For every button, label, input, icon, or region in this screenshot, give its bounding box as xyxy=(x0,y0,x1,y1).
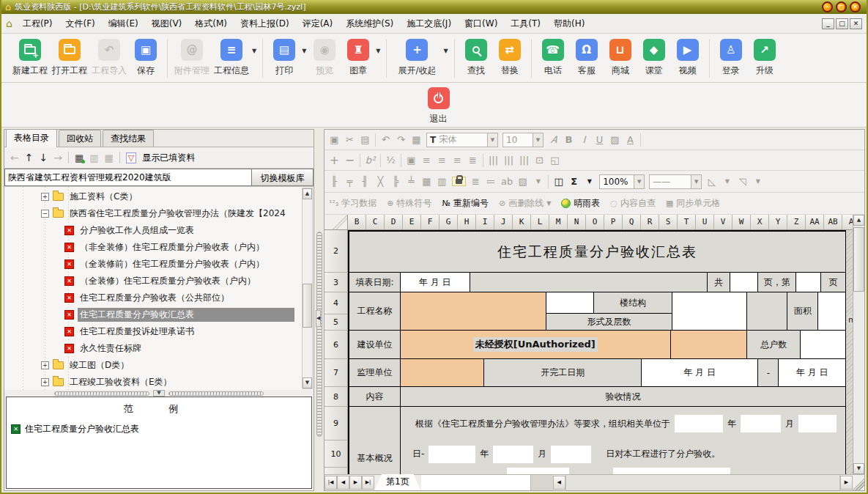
start-date-input-cell[interactable]: 年 月 日 xyxy=(642,359,759,387)
scroll-up-icon[interactable]: ▲ xyxy=(303,188,312,199)
zoom-select[interactable]: 100% ▼ xyxy=(599,174,645,189)
row-header[interactable]: 10 xyxy=(324,440,348,468)
nav-up-icon[interactable]: ↑ xyxy=(25,152,34,163)
spacer-cell[interactable] xyxy=(349,468,401,474)
year-input-cell[interactable] xyxy=(675,415,723,432)
scroll-down-icon[interactable]: ▼ xyxy=(303,377,312,388)
row-header[interactable]: 4 xyxy=(324,292,348,314)
chevron-down-icon[interactable]: ▼ xyxy=(487,133,497,147)
panel-splitter[interactable]: ◀ xyxy=(315,129,324,491)
template-name-box[interactable]: 陕西省建筑工程资料管理规程2020建筑版 xyxy=(4,169,252,186)
open-project-button[interactable]: 打开工程 xyxy=(50,39,89,77)
menu-item[interactable]: 施工交底(J) xyxy=(400,15,458,33)
spacer-cell[interactable] xyxy=(747,292,787,331)
builder-input-cell[interactable]: 未经授权[UnAuthorized] xyxy=(401,331,671,359)
structure-input-cell[interactable] xyxy=(546,292,594,313)
expand-plus-icon[interactable]: + xyxy=(41,193,49,201)
column-header[interactable]: C xyxy=(366,215,385,229)
input-cell[interactable] xyxy=(613,468,730,474)
end-day-input-cell[interactable] xyxy=(551,446,591,463)
total-pages-label-cell[interactable]: 共 xyxy=(708,273,731,292)
tab-recycle-bin[interactable]: 回收站 xyxy=(59,130,101,147)
scrollbar-thumb[interactable] xyxy=(303,284,312,328)
menu-item[interactable]: 文件(F) xyxy=(59,15,102,33)
expand-plus-icon[interactable]: + xyxy=(41,378,49,386)
menu-item[interactable]: 格式(M) xyxy=(188,15,234,33)
spacer-cell[interactable] xyxy=(470,273,708,292)
nav-down-icon[interactable]: ↓ xyxy=(39,152,48,163)
page-mid-label-cell[interactable]: 页，第 xyxy=(758,273,796,292)
barometer-button[interactable]: 晴雨表 xyxy=(561,197,600,210)
column-header[interactable]: R xyxy=(641,215,659,229)
sum-sigma-icon[interactable]: Σ xyxy=(568,176,579,187)
scroll-left-icon[interactable]: ◀ xyxy=(553,476,565,490)
column-header[interactable]: U xyxy=(696,215,714,229)
line-style-select[interactable]: —— ▼ xyxy=(649,174,702,189)
project-name-label-cell[interactable]: 工程名称 xyxy=(349,292,401,331)
column-header[interactable]: Z xyxy=(787,215,806,229)
mdi-restore-button[interactable]: □ xyxy=(836,18,848,29)
row-header[interactable] xyxy=(324,468,348,474)
structure-label-bottom-cell[interactable]: 形式及层数 xyxy=(546,314,671,330)
video-button[interactable]: ▶ 视频 xyxy=(671,39,705,77)
mdi-close-button[interactable]: ✕ xyxy=(850,18,862,29)
column-header[interactable]: V xyxy=(714,215,732,229)
column-header[interactable]: W xyxy=(732,215,751,229)
paragraph-row-9[interactable]: 根据《住宅工程质量分户验收管理办法》等要求，组织相关单位于 年 月 xyxy=(401,407,845,440)
tree-item-construction-data[interactable]: + 施工资料（C类） xyxy=(4,188,314,205)
mdi-minimize-button[interactable]: _ xyxy=(822,18,834,29)
chevron-down-icon[interactable]: ▼ xyxy=(584,176,595,187)
row-header[interactable]: 2 xyxy=(324,230,348,273)
font-size-select[interactable]: 10 ▼ xyxy=(502,133,544,147)
column-header[interactable]: B xyxy=(348,215,366,229)
horizontal-scrollbar[interactable] xyxy=(565,475,840,490)
add-table-icon[interactable]: ▦ xyxy=(75,153,84,163)
find-button[interactable]: 查找 xyxy=(459,39,493,77)
expand-collapse-dropdown-arrow-icon[interactable]: ▼ xyxy=(443,48,448,54)
stamp-dropdown-arrow-icon[interactable]: ▼ xyxy=(376,48,380,54)
end-year-input-cell[interactable] xyxy=(429,446,475,463)
print-dropdown-arrow-icon[interactable]: ▼ xyxy=(302,48,306,54)
supervisor-input-cell[interactable] xyxy=(401,359,485,387)
tree-scrollbar[interactable]: ▲ ▼ xyxy=(302,188,313,389)
tree-item-staff-list-form[interactable]: ✕ 分户验收工作人员组成一览表 xyxy=(4,222,314,239)
renumber-button[interactable]: № 重新编号 xyxy=(442,197,488,210)
tree-item-complaint-commitment[interactable]: ✕ 住宅工程质量投诉处理承诺书 xyxy=(4,323,314,340)
collapse-down-icon[interactable]: ▼ xyxy=(153,390,164,397)
tree-item-permanent-plaque[interactable]: ✕ 永久性责任标牌 xyxy=(4,340,314,357)
row-header[interactable]: 3 xyxy=(324,273,348,292)
filter-label[interactable]: 显示已填资料 xyxy=(142,152,195,164)
prev-sheet-icon[interactable]: ◀ xyxy=(337,476,349,490)
print-button[interactable]: ▤ 打印 xyxy=(267,39,301,77)
menu-item[interactable]: 系统维护(S) xyxy=(339,15,400,33)
total-pages-input-cell[interactable] xyxy=(730,273,758,292)
column-header[interactable]: Q xyxy=(623,215,641,229)
replace-button[interactable]: ⇄ 替换 xyxy=(493,39,527,77)
column-header[interactable]: I xyxy=(476,215,494,229)
menu-item[interactable]: 视图(V) xyxy=(145,15,189,33)
tree-item-public-area-form[interactable]: ✕ 住宅工程质量分户验收表（公共部位） xyxy=(4,290,314,306)
scroll-down-icon[interactable]: ▼ xyxy=(853,463,864,474)
households-input-cell[interactable] xyxy=(801,331,846,359)
switch-template-button[interactable]: 切换模板库 xyxy=(252,169,314,186)
splitter-grip[interactable] xyxy=(168,391,264,396)
column-header[interactable]: AA xyxy=(806,215,824,229)
date-separator-cell[interactable]: - xyxy=(758,359,779,387)
phone-button[interactable]: ☎ 电话 xyxy=(536,39,570,77)
column-header[interactable]: D xyxy=(385,215,403,229)
splitter-grip[interactable] xyxy=(54,391,149,396)
nav-right-icon[interactable]: → xyxy=(53,152,62,163)
sheet-corner-cell[interactable] xyxy=(324,215,348,229)
tree-item-as-built-drawings[interactable]: + 竣工图（D类） xyxy=(4,357,314,374)
next-sheet-icon[interactable]: ▶ xyxy=(349,476,362,490)
filter-funnel-icon[interactable]: ▽ xyxy=(126,152,136,163)
menu-item[interactable]: 资料上报(D) xyxy=(234,15,296,33)
column-header[interactable]: H xyxy=(458,215,476,229)
form-title-cell[interactable]: 住宅工程质量分户验收汇总表 xyxy=(349,232,846,273)
row-header[interactable]: 8 xyxy=(324,387,348,407)
menu-item[interactable]: 工具(T) xyxy=(504,15,547,33)
column-header[interactable]: O xyxy=(586,215,604,229)
area-input-cell[interactable] xyxy=(818,292,846,331)
page-number-input-cell[interactable] xyxy=(796,273,821,292)
fill-date-input-cell[interactable]: 年 月 日 xyxy=(401,273,470,292)
